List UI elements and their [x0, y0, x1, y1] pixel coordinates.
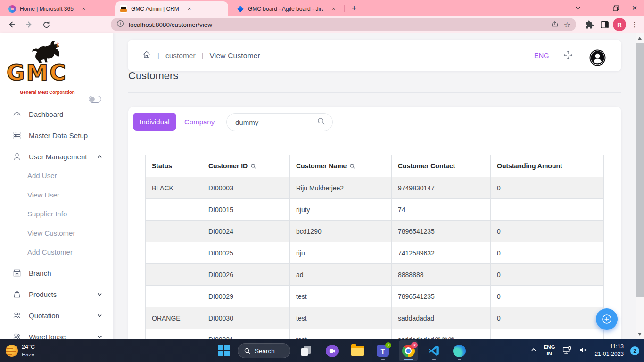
restore-button[interactable] — [606, 0, 625, 16]
network-icon[interactable] — [562, 345, 572, 357]
tab-close-icon[interactable]: × — [188, 6, 191, 12]
language-selector[interactable]: ENG — [534, 40, 549, 71]
user-avatar[interactable] — [589, 49, 606, 66]
reload-button[interactable] — [41, 19, 52, 30]
customer-search-input[interactable] — [235, 118, 317, 126]
clock[interactable]: 11:13 21-01-2023 — [595, 343, 624, 358]
extensions-puzzle-icon[interactable] — [584, 19, 595, 30]
divider — [128, 92, 621, 93]
vscode-button[interactable] — [424, 340, 443, 361]
sidebar-item-branch[interactable]: Branch — [0, 263, 113, 282]
share-icon[interactable] — [551, 20, 559, 30]
table-row[interactable]: BLACKDI00003Riju Mukherjee297498301470 — [146, 177, 604, 199]
scroll-up-arrow[interactable] — [638, 37, 642, 40]
sidebar-toggle[interactable] — [89, 96, 101, 103]
tab-individual[interactable]: Individual — [133, 113, 176, 131]
browser-profile-avatar[interactable]: R — [613, 18, 626, 31]
forward-button[interactable] — [24, 19, 35, 30]
bookmark-star-icon[interactable]: ☆ — [564, 20, 570, 29]
tab-close-icon[interactable]: × — [332, 6, 336, 12]
sidebar-item-add-user[interactable]: Add User — [0, 167, 113, 183]
table-row[interactable]: DI00015rijuty74 — [146, 199, 604, 221]
microsoft365-icon — [8, 5, 16, 13]
plus-circle-icon — [601, 313, 612, 325]
address-bar[interactable]: localhost:8080/customer/view ☆ — [111, 18, 576, 31]
video-chat-icon — [326, 345, 339, 357]
tab-title: GMC board - Agile board - Jira — [248, 6, 323, 12]
task-view-button[interactable] — [297, 340, 316, 361]
sidebar-item-view-user[interactable]: View User — [0, 187, 113, 203]
jira-icon — [237, 5, 244, 13]
sidebar-item-dashboard[interactable]: Dashboard — [0, 105, 113, 123]
column-search-icon[interactable] — [250, 163, 256, 169]
tab-close-icon[interactable]: × — [82, 6, 86, 12]
page-scrollbar[interactable] — [636, 33, 644, 339]
col-customer-contact: Customer Contact — [392, 155, 491, 177]
teams-button[interactable]: T✓ — [373, 340, 392, 361]
haze-sun-icon — [6, 345, 18, 357]
sidebar-item-supplier-info[interactable]: Supplier Info — [0, 206, 113, 222]
browser-menu-icon[interactable]: ⋮ — [630, 18, 639, 31]
gmc-favicon — [120, 5, 127, 13]
column-search-icon[interactable] — [349, 163, 355, 169]
breadcrumb: | customer | View Customer — [142, 40, 260, 71]
search-icon[interactable] — [317, 117, 326, 128]
chat-button[interactable] — [322, 340, 341, 361]
file-explorer-button[interactable] — [348, 340, 367, 361]
people-icon — [12, 311, 22, 320]
site-info-icon[interactable] — [116, 20, 124, 29]
logo-tagline: General Meat Corporation — [20, 90, 75, 95]
close-window-button[interactable]: × — [625, 0, 644, 16]
notification-badge[interactable]: 2 — [630, 346, 639, 355]
url-text[interactable]: localhost:8080/customer/view — [129, 21, 546, 28]
table-row[interactable]: DI00026ad88888880 — [146, 264, 604, 286]
table-row[interactable]: DI00024bcd129078965412350 — [146, 221, 604, 242]
back-button[interactable] — [6, 19, 17, 30]
col-customer-name[interactable]: Customer Name — [290, 155, 392, 177]
add-customer-fab[interactable] — [596, 308, 618, 330]
browser-tab-jira[interactable]: GMC board - Agile board - Jira × — [232, 1, 343, 16]
spark-icon: ✳ — [55, 41, 60, 49]
edge-button[interactable] — [450, 340, 469, 361]
tab-search-chevron-icon[interactable] — [569, 0, 587, 16]
browser-tab-m365[interactable]: Home | Microsoft 365 × — [4, 1, 113, 16]
card-header-line — [128, 138, 621, 138]
desktop: Home | Microsoft 365 × GMC Admin | CRM ×… — [0, 0, 644, 362]
tab-title: GMC Admin | CRM — [131, 6, 179, 12]
taskbar-search[interactable]: Search — [238, 343, 290, 358]
sidebar-item-user-management[interactable]: User Management — [0, 147, 113, 166]
breadcrumb-section[interactable]: customer — [165, 51, 196, 60]
taskbar-weather-widget[interactable]: 24°C Haze — [6, 339, 35, 362]
sidebar: ✳ GMC General Meat Corporation Dashboard… — [0, 33, 113, 362]
sidebar-item-quotation[interactable]: Quotation — [0, 306, 113, 325]
bag-icon — [12, 289, 22, 299]
tray-chevron-up-icon[interactable] — [530, 346, 537, 355]
new-tab-button[interactable]: + — [348, 2, 360, 15]
sidebar-item-add-customer[interactable]: Add Customer — [0, 244, 113, 260]
customer-search[interactable] — [226, 113, 333, 131]
search-icon — [244, 347, 251, 354]
side-panel-icon[interactable] — [599, 19, 610, 30]
table-header-row: Status Customer ID Customer Name Custome… — [146, 155, 604, 177]
language-indicator[interactable]: ENG IN — [544, 344, 555, 357]
sidebar-item-view-customer[interactable]: View Customer — [0, 225, 113, 241]
home-icon[interactable] — [142, 50, 151, 61]
chrome-profile-badge: R — [411, 342, 418, 348]
col-customer-id[interactable]: Customer ID — [202, 155, 290, 177]
sidebar-item-master-data[interactable]: Master Data Setup — [0, 126, 113, 145]
scroll-down-arrow[interactable] — [638, 333, 642, 336]
minimize-button[interactable]: – — [587, 0, 606, 16]
table-row[interactable]: DI00029test78965412350 — [146, 286, 604, 307]
browser-tab-gmc-admin[interactable]: GMC Admin | CRM × — [115, 1, 228, 16]
start-button[interactable] — [217, 340, 231, 361]
table-row[interactable]: ORANGEDI00030testsaddadadad0 — [146, 307, 604, 329]
sidebar-item-products[interactable]: Products — [0, 285, 113, 304]
scrollbar-thumb[interactable] — [636, 43, 644, 297]
chrome-button[interactable]: R — [399, 340, 418, 361]
move-arrows-icon[interactable] — [563, 50, 573, 62]
server-icon — [12, 131, 22, 140]
volume-muted-icon[interactable] — [578, 345, 588, 357]
tray-date: 21-01-2023 — [595, 351, 624, 358]
tab-company[interactable]: Company — [180, 113, 219, 131]
table-row[interactable]: DI00025riju74125896320 — [146, 242, 604, 264]
